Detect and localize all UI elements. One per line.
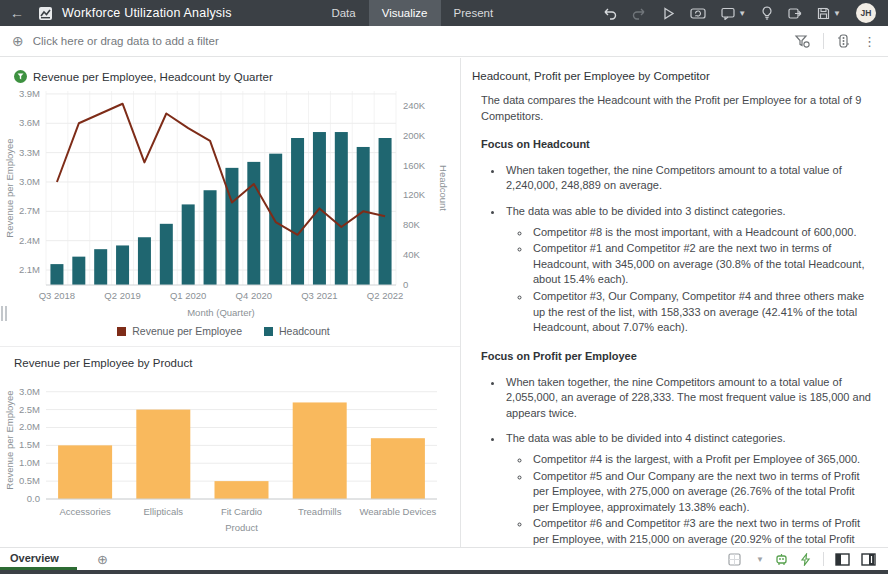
- canvas-layout-icon[interactable]: [728, 553, 742, 566]
- narrative-body: The data compares the Headcount with the…: [481, 93, 868, 547]
- narrative-sub-list: Competitor #4 is the largest, with a Pro…: [506, 452, 876, 547]
- explain-spark-icon[interactable]: [799, 553, 812, 566]
- comments-icon[interactable]: ▼: [721, 7, 746, 20]
- y-axis-tick: 1.5M: [19, 439, 40, 450]
- narrative-title: Headcount, Profit per Employee by Compet…: [472, 70, 868, 82]
- back-icon[interactable]: ←: [10, 6, 24, 20]
- headcount-bar[interactable]: [269, 154, 282, 285]
- tab-present[interactable]: Present: [441, 0, 507, 26]
- product-bar[interactable]: [58, 445, 112, 499]
- narrative-bullet: The data was able to be divided into 4 d…: [504, 431, 876, 547]
- left-axis-tick: 2.4M: [19, 235, 40, 246]
- preview-icon[interactable]: [662, 7, 675, 20]
- narrative-sub-list: Competitor #8 is the most important, wit…: [506, 225, 876, 336]
- x-axis-tick: Accessories: [59, 506, 110, 517]
- application-window: ← Workforce Utilization Analysis Data Vi…: [0, 0, 888, 574]
- product-bar-chart[interactable]: 0.00.5M1.0M1.5M2.0M2.5M3.0MAccessoriesEl…: [2, 371, 449, 537]
- add-canvas-icon[interactable]: ⊕: [97, 553, 108, 566]
- redo-icon[interactable]: [632, 7, 647, 20]
- right-axis-tick: 160K: [403, 160, 426, 171]
- product-bar[interactable]: [293, 402, 347, 499]
- x-axis-tick: Q2 2019: [104, 290, 140, 301]
- headcount-bar[interactable]: [291, 138, 304, 285]
- auto-insights-icon[interactable]: [775, 553, 788, 566]
- add-filter-icon[interactable]: ⊕: [12, 34, 24, 48]
- window-bottom-strip: [0, 570, 888, 574]
- headcount-bar[interactable]: [182, 204, 195, 285]
- left-axis-tick: 2.7M: [19, 205, 40, 216]
- top-bar: ← Workforce Utilization Analysis Data Vi…: [0, 0, 888, 26]
- viz-divider: [0, 346, 460, 347]
- combo-chart[interactable]: 2.1M2.4M2.7M3.0M3.3M3.6M3.9M040K80K120K1…: [2, 85, 449, 323]
- headcount-bar[interactable]: [116, 245, 129, 285]
- narrative-bullet: When taken together, the nine Competitor…: [504, 163, 876, 194]
- limit-values-filter-icon[interactable]: [794, 34, 810, 48]
- headcount-bar[interactable]: [94, 249, 107, 285]
- headcount-bar[interactable]: [357, 147, 370, 285]
- product-bar[interactable]: [371, 438, 425, 499]
- save-caret-icon[interactable]: ▼: [833, 9, 841, 18]
- y-axis-tick: 3.0M: [19, 386, 40, 397]
- data-settings-icon[interactable]: [837, 34, 850, 48]
- user-avatar[interactable]: JH: [856, 3, 876, 23]
- canvas-tab-overview[interactable]: Overview: [0, 548, 77, 570]
- narrative-section-heading: Focus on Profit per Employee: [481, 349, 868, 365]
- narrative-sub-bullet: Competitor #4 is the largest, with a Pro…: [531, 452, 871, 468]
- tab-data[interactable]: Data: [318, 0, 368, 26]
- export-icon[interactable]: [788, 7, 802, 20]
- applied-filter-icon[interactable]: [14, 70, 27, 83]
- legend-item[interactable]: Headcount: [264, 325, 330, 337]
- x-axis-tick: Ellipticals: [143, 506, 183, 517]
- undo-icon[interactable]: [602, 7, 617, 20]
- right-axis-tick: 0: [403, 279, 408, 290]
- filter-bar-divider: [823, 33, 824, 49]
- filter-bar-actions: ⋮: [794, 33, 876, 49]
- charts-panel: Revenue per Employee, Headcount by Quart…: [0, 58, 461, 547]
- filter-bar[interactable]: ⊕ Click here or drag data to add a filte…: [0, 26, 888, 57]
- y-axis-title: Revenue per Employee: [4, 390, 15, 489]
- refresh-data-icon[interactable]: [690, 7, 706, 20]
- comments-caret-icon[interactable]: ▼: [738, 9, 746, 18]
- tab-visualize[interactable]: Visualize: [369, 0, 441, 26]
- headcount-bar[interactable]: [50, 264, 63, 285]
- save-icon[interactable]: ▼: [817, 7, 841, 20]
- legend-label: Revenue per Employee: [132, 325, 242, 337]
- headcount-bar[interactable]: [204, 190, 217, 285]
- x-axis-tick: Q4 2020: [236, 290, 272, 301]
- narrative-bullet: When taken together, the nine Competitor…: [504, 375, 876, 422]
- headcount-bar[interactable]: [379, 138, 392, 285]
- headcount-bar[interactable]: [138, 237, 151, 285]
- insights-bulb-icon[interactable]: [761, 6, 773, 20]
- workbook-icon: [38, 6, 53, 21]
- headcount-bar[interactable]: [225, 168, 238, 285]
- headcount-bar[interactable]: [247, 162, 260, 285]
- left-axis-tick: 3.9M: [19, 88, 40, 99]
- panel-resize-handle[interactable]: [1, 306, 7, 321]
- right-axis-title: Headcount: [438, 165, 449, 211]
- x-axis-tick: Q3 2018: [39, 290, 75, 301]
- canvas-layout-caret-icon[interactable]: ▼: [756, 555, 764, 564]
- filter-bar-hint[interactable]: Click here or drag data to add a filter: [33, 35, 219, 47]
- left-axis-title: Revenue per Employee: [4, 138, 15, 237]
- chart-legend: Revenue per EmployeeHeadcount: [0, 325, 447, 337]
- workbook-title: Workforce Utilization Analysis: [62, 6, 232, 20]
- canvas-tab-bar: Overview ⊕ ▼: [0, 547, 888, 570]
- x-axis-title: Month (Quarter): [187, 307, 255, 318]
- headcount-bar[interactable]: [72, 257, 85, 285]
- toggle-right-pane-icon[interactable]: [861, 553, 876, 566]
- headcount-bar[interactable]: [335, 132, 348, 285]
- y-axis-tick: 2.5M: [19, 404, 40, 415]
- y-axis-tick: 1.0M: [19, 457, 40, 468]
- headcount-bar[interactable]: [160, 224, 173, 285]
- right-axis-tick: 40K: [403, 249, 421, 260]
- narrative-sub-bullet: Competitor #3, Our Company, Competitor #…: [531, 289, 871, 336]
- left-axis-tick: 3.6M: [19, 117, 40, 128]
- legend-item[interactable]: Revenue per Employee: [117, 325, 242, 337]
- toggle-left-pane-icon[interactable]: [835, 553, 850, 566]
- narrative-sub-bullet: Competitor #1 and Competitor #2 are the …: [531, 241, 871, 288]
- filter-bar-menu-icon[interactable]: ⋮: [863, 35, 876, 48]
- right-axis-tick: 200K: [403, 130, 426, 141]
- product-bar[interactable]: [136, 410, 190, 499]
- product-bar[interactable]: [215, 481, 269, 499]
- y-axis-tick: 2.0M: [19, 421, 40, 432]
